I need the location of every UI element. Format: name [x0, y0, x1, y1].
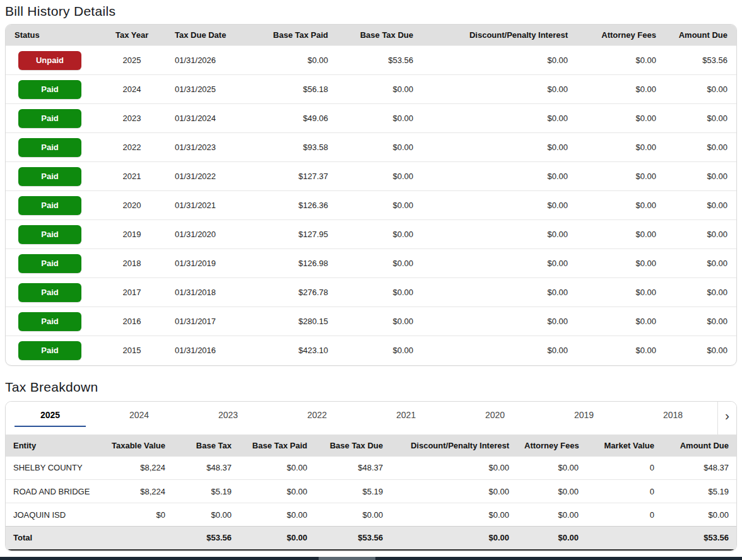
- column-header-market-value: Market Value: [586, 435, 662, 457]
- attorney-fees-cell: $0.00: [577, 133, 665, 162]
- taxable-value-cell: $0: [103, 503, 173, 527]
- column-header-base-tax-due: Base Tax Due: [337, 25, 422, 46]
- bill-history-row: Paid202301/31/2024$49.06$0.00$0.00$0.00$…: [6, 104, 736, 133]
- base-tax-paid-cell: $0.00: [239, 480, 315, 503]
- tab-2023[interactable]: 2023: [184, 402, 273, 435]
- tax-due-date-cell: 01/31/2021: [157, 191, 252, 220]
- column-header-attorney-fees: Attorney Fees: [577, 25, 665, 46]
- tax-due-date-cell: 01/31/2026: [157, 46, 252, 75]
- bill-history-row: Paid201701/31/2018$276.78$0.00$0.00$0.00…: [6, 278, 736, 307]
- total-amount-due-cell: $53.56: [662, 527, 736, 550]
- tab-2022[interactable]: 2022: [273, 402, 362, 435]
- amount-due-cell: $0.00: [665, 249, 736, 278]
- tax-year-cell: 2018: [107, 249, 157, 278]
- tax-breakdown-row: SHELBY COUNTY$8,224$48.37$0.00$48.37$0.0…: [6, 457, 736, 480]
- status-cell: Paid: [6, 104, 107, 133]
- tab-2020[interactable]: 2020: [450, 402, 539, 435]
- tab-2021[interactable]: 2021: [362, 402, 450, 435]
- column-header-entity: Entity: [6, 435, 103, 457]
- status-cell: Paid: [6, 75, 107, 104]
- tax-breakdown-row: JOAQUIN ISD$0$0.00$0.00$0.00$0.00$0.000$…: [6, 503, 736, 527]
- column-header-attorney-fees: Attorney Fees: [517, 435, 586, 457]
- amount-due-cell: $0.00: [665, 104, 736, 133]
- year-tabs: 20252024202320222021202020192018 ›: [6, 402, 736, 435]
- column-header-base-tax-due: Base Tax Due: [315, 435, 391, 457]
- chevron-right-icon: ›: [725, 408, 729, 423]
- status-cell: Paid: [6, 220, 107, 249]
- column-header-discount-penalty-interest: Discount/Penalty Interest: [422, 25, 577, 46]
- total-attorney-fees-cell: $0.00: [517, 527, 586, 550]
- column-header-tax-due-date: Tax Due Date: [157, 25, 252, 46]
- base-tax-due-cell: $0.00: [337, 278, 422, 307]
- bill-history-row: Paid201501/31/2016$423.10$0.00$0.00$0.00…: [6, 336, 736, 365]
- amount-due-cell: $53.56: [665, 46, 736, 75]
- base-tax-due-cell: $0.00: [337, 249, 422, 278]
- tax-breakdown-body: SHELBY COUNTY$8,224$48.37$0.00$48.37$0.0…: [6, 457, 736, 527]
- total-discount-penalty-interest-cell: $0.00: [391, 527, 517, 550]
- bill-history-table: StatusTax YearTax Due DateBase Tax PaidB…: [6, 25, 736, 365]
- discount-penalty-interest-cell: $0.00: [422, 75, 577, 104]
- tax-year-cell: 2023: [107, 104, 157, 133]
- discount-penalty-interest-cell: $0.00: [422, 46, 577, 75]
- status-badge-paid: Paid: [18, 341, 81, 360]
- status-badge-paid: Paid: [18, 283, 81, 302]
- tax-due-date-cell: 01/31/2019: [157, 249, 252, 278]
- base-tax-paid-cell: $127.37: [252, 162, 337, 191]
- bill-history-header: StatusTax YearTax Due DateBase Tax PaidB…: [6, 25, 736, 46]
- year-tab-list: 20252024202320222021202020192018: [6, 402, 717, 435]
- status-badge-unpaid: Unpaid: [18, 51, 81, 70]
- base-tax-cell: $48.37: [173, 457, 239, 480]
- status-cell: Paid: [6, 133, 107, 162]
- total-row: Total$53.56$0.00$53.56$0.00$0.00$53.56: [6, 527, 736, 550]
- column-header-base-tax-paid: Base Tax Paid: [239, 435, 315, 457]
- tax-due-date-cell: 01/31/2017: [157, 307, 252, 336]
- tax-due-date-cell: 01/31/2016: [157, 336, 252, 365]
- status-cell: Unpaid: [6, 46, 107, 75]
- tax-due-date-cell: 01/31/2022: [157, 162, 252, 191]
- base-tax-cell: $0.00: [173, 503, 239, 527]
- attorney-fees-cell: $0.00: [577, 162, 665, 191]
- amount-due-cell: $0.00: [662, 503, 736, 527]
- tax-year-cell: 2021: [107, 162, 157, 191]
- base-tax-paid-cell: $127.95: [252, 220, 337, 249]
- bill-history-header-row: StatusTax YearTax Due DateBase Tax PaidB…: [6, 25, 736, 46]
- tab-2019[interactable]: 2019: [539, 402, 628, 435]
- taxable-value-cell: $8,224: [103, 480, 173, 503]
- attorney-fees-cell: $0.00: [577, 249, 665, 278]
- horizontal-scrollbar[interactable]: [0, 557, 742, 560]
- tax-breakdown-header-row: EntityTaxable ValueBase TaxBase Tax Paid…: [6, 435, 736, 457]
- scrollbar-thumb[interactable]: [319, 557, 375, 560]
- total-base-tax-paid-cell: $0.00: [239, 527, 315, 550]
- bill-history-title: Bill History Details: [0, 0, 742, 24]
- tax-breakdown-header: EntityTaxable ValueBase TaxBase Tax Paid…: [6, 435, 736, 457]
- next-tabs-button[interactable]: ›: [717, 402, 736, 435]
- tax-due-date-cell: 01/31/2025: [157, 75, 252, 104]
- base-tax-due-cell: $0.00: [337, 191, 422, 220]
- total-base-tax-cell: $53.56: [173, 527, 239, 550]
- bill-history-row: Paid202001/31/2021$126.36$0.00$0.00$0.00…: [6, 191, 736, 220]
- tab-2018[interactable]: 2018: [628, 402, 717, 435]
- amount-due-cell: $0.00: [665, 133, 736, 162]
- discount-penalty-interest-cell: $0.00: [422, 133, 577, 162]
- status-badge-paid: Paid: [18, 167, 81, 186]
- base-tax-due-cell: $0.00: [337, 220, 422, 249]
- tab-2024[interactable]: 2024: [95, 402, 184, 435]
- base-tax-due-cell: $0.00: [337, 162, 422, 191]
- base-tax-due-cell: $0.00: [337, 307, 422, 336]
- tax-breakdown-card: 20252024202320222021202020192018 › Entit…: [5, 401, 737, 551]
- status-cell: Paid: [6, 336, 107, 365]
- status-badge-paid: Paid: [18, 196, 81, 215]
- tab-2025[interactable]: 2025: [6, 402, 95, 435]
- status-badge-paid: Paid: [18, 80, 81, 99]
- base-tax-due-cell: $48.37: [315, 457, 391, 480]
- tax-due-date-cell: 01/31/2020: [157, 220, 252, 249]
- bill-history-row: Paid201801/31/2019$126.98$0.00$0.00$0.00…: [6, 249, 736, 278]
- attorney-fees-cell: $0.00: [577, 307, 665, 336]
- attorney-fees-cell: $0.00: [577, 191, 665, 220]
- column-header-taxable-value: Taxable Value: [103, 435, 173, 457]
- base-tax-due-cell: $0.00: [337, 104, 422, 133]
- status-cell: Paid: [6, 249, 107, 278]
- market-value-cell: 0: [586, 503, 662, 527]
- amount-due-cell: $0.00: [665, 278, 736, 307]
- base-tax-paid-cell: $0.00: [239, 503, 315, 527]
